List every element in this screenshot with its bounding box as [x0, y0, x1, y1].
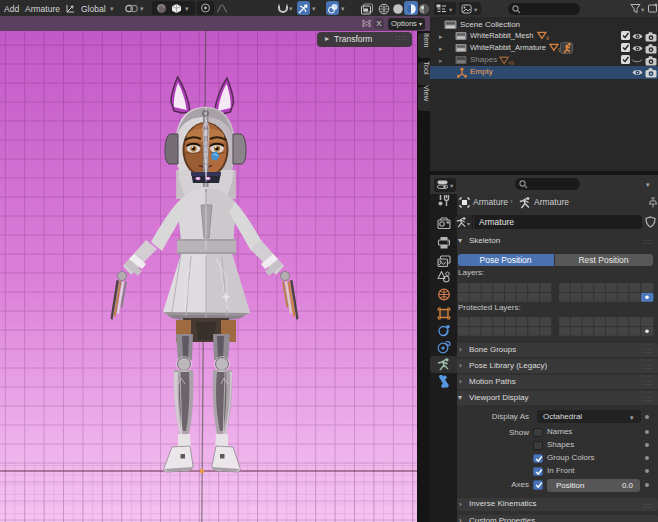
svg-text:49: 49 [508, 60, 514, 66]
svg-text:9: 9 [546, 36, 549, 41]
